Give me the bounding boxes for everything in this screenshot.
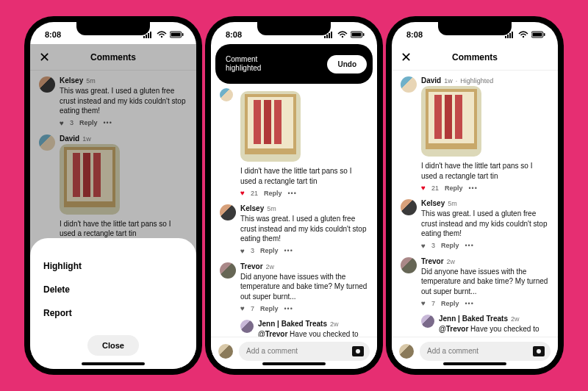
comment-text: Did anyone have issues with the temperat… xyxy=(421,267,549,297)
like-count: 21 xyxy=(431,184,439,192)
report-action[interactable]: Report xyxy=(43,301,183,325)
status-icons xyxy=(324,31,365,38)
home-indicator[interactable] xyxy=(262,362,326,365)
svg-rect-22 xyxy=(533,33,542,37)
more-icon[interactable]: ••• xyxy=(284,305,293,312)
comment-author: Jenn | Baked Treats xyxy=(439,315,508,323)
heart-icon[interactable]: ♥ xyxy=(240,247,245,255)
heart-icon[interactable]: ♥ xyxy=(421,242,426,250)
reply-button[interactable]: Reply xyxy=(441,300,459,307)
reply-button[interactable]: Reply xyxy=(260,305,279,312)
comment-input[interactable]: Add a comment xyxy=(239,342,370,361)
comment-image[interactable] xyxy=(421,86,481,157)
status-time: 8:08 xyxy=(226,30,242,39)
like-count: 21 xyxy=(251,190,258,197)
comment-trevor: Trevor2w Did anyone have issues with the… xyxy=(401,257,549,308)
close-icon[interactable]: ✕ xyxy=(401,51,412,64)
svg-point-20 xyxy=(523,36,524,37)
comment-kelsey: Kelsey5m This was great. I used a gluten… xyxy=(220,204,368,255)
home-indicator[interactable] xyxy=(443,362,506,365)
heart-icon[interactable]: ♥ xyxy=(240,304,245,312)
delete-action[interactable]: Delete xyxy=(43,278,183,301)
comment-actions: ♥3 Reply ••• xyxy=(240,247,368,255)
comment-author: Trevor xyxy=(240,262,263,270)
page-title: Comments xyxy=(452,52,498,62)
comment-text: Did anyone have issues with the temperat… xyxy=(240,272,368,302)
avatar[interactable] xyxy=(240,320,254,333)
comment-text: This was great. I used a gluten free cru… xyxy=(421,209,549,239)
action-sheet: Highlight Delete Report Close xyxy=(30,238,196,369)
comment-age: 5m xyxy=(267,205,276,212)
avatar[interactable] xyxy=(220,204,236,220)
more-icon[interactable]: ••• xyxy=(468,184,477,192)
photo-icon[interactable] xyxy=(352,346,364,356)
svg-rect-19 xyxy=(512,32,513,38)
avatar[interactable] xyxy=(399,344,414,359)
svg-rect-3 xyxy=(150,32,151,38)
avatar[interactable] xyxy=(401,257,417,273)
comment-kelsey: Kelsey5m This was great. I used a gluten… xyxy=(401,199,549,250)
avatar[interactable] xyxy=(220,262,236,279)
undo-button[interactable]: Undo xyxy=(327,55,367,73)
svg-point-12 xyxy=(342,36,343,37)
comment-age: 5m xyxy=(448,200,457,207)
reply-button[interactable]: Reply xyxy=(441,242,459,249)
toast: Comment highlighted Undo xyxy=(215,44,373,84)
comment-text: This was great. I used a gluten free cru… xyxy=(240,214,368,244)
svg-point-4 xyxy=(161,36,162,37)
svg-rect-23 xyxy=(544,33,545,36)
phone-screen-3: 8:08 ✕ Comments David 1w · Highlighted I… xyxy=(392,22,558,369)
svg-rect-7 xyxy=(182,33,184,36)
reply-button[interactable]: Reply xyxy=(264,190,282,197)
svg-rect-18 xyxy=(509,33,511,38)
svg-rect-17 xyxy=(507,35,509,38)
comment-david-highlighted: David 1w · Highlighted I didn't have the… xyxy=(401,76,549,192)
comment-image[interactable] xyxy=(240,91,301,162)
highlighted-badge: Highlighted xyxy=(460,77,493,85)
highlight-action[interactable]: Highlight xyxy=(43,254,183,278)
reply-button[interactable]: Reply xyxy=(260,247,279,254)
comment-input[interactable]: Add a comment xyxy=(420,342,551,361)
comments-scroll[interactable]: I didn't have the little tart pans so I … xyxy=(211,44,377,369)
comment-actions: ♥7 Reply ••• xyxy=(421,299,549,307)
heart-icon[interactable]: ♥ xyxy=(240,189,245,197)
comment-age: 2w xyxy=(266,263,275,270)
comment-age: 2w xyxy=(447,258,456,265)
photo-icon[interactable] xyxy=(533,346,545,356)
battery-icon xyxy=(531,31,546,38)
more-icon[interactable]: ••• xyxy=(287,190,296,197)
close-button[interactable]: Close xyxy=(87,335,139,356)
comment-author: Kelsey xyxy=(421,199,445,207)
avatar[interactable] xyxy=(401,76,417,93)
wifi-icon xyxy=(157,31,167,38)
svg-rect-15 xyxy=(363,33,365,36)
phone-screen-2: 8:08 Comment highlighted Undo I didn't h… xyxy=(211,22,377,369)
svg-rect-8 xyxy=(324,36,326,38)
comments-scroll[interactable]: David 1w · Highlighted I didn't have the… xyxy=(392,71,558,369)
heart-icon[interactable]: ♥ xyxy=(421,184,426,192)
heart-icon[interactable]: ♥ xyxy=(421,299,426,307)
comment-age: 1w xyxy=(444,77,453,85)
avatar[interactable] xyxy=(220,88,233,101)
status-icons xyxy=(505,31,546,38)
avatar[interactable] xyxy=(401,199,417,215)
more-icon[interactable]: ••• xyxy=(284,247,293,254)
comment-author: David xyxy=(421,76,441,85)
svg-rect-10 xyxy=(329,33,330,38)
avatar[interactable] xyxy=(218,344,233,359)
comment-trevor: Trevor2w Did anyone have issues with the… xyxy=(220,262,368,313)
more-icon[interactable]: ••• xyxy=(465,242,473,249)
mention[interactable]: @Trevor xyxy=(439,325,468,333)
home-indicator[interactable] xyxy=(82,362,145,365)
like-count: 3 xyxy=(431,242,435,249)
svg-rect-2 xyxy=(148,33,149,38)
svg-rect-1 xyxy=(146,35,147,38)
reply-button[interactable]: Reply xyxy=(445,184,463,192)
comment-actions: ♥21 Reply ••• xyxy=(240,189,368,197)
svg-rect-9 xyxy=(326,35,328,38)
more-icon[interactable]: ••• xyxy=(465,300,473,307)
svg-rect-14 xyxy=(352,33,362,37)
status-time: 8:08 xyxy=(406,30,423,39)
like-count: 7 xyxy=(431,300,435,307)
avatar[interactable] xyxy=(421,315,434,328)
